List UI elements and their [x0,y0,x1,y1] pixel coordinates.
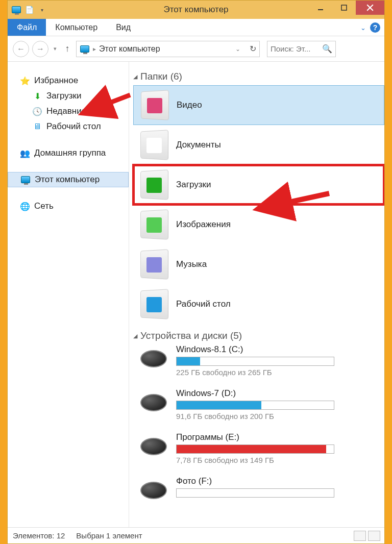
drive-icon [139,479,168,502]
breadcrumb-dropdown-icon[interactable]: ⌄ [235,45,240,53]
tab-computer[interactable]: Компьютер [46,19,107,36]
maximize-button[interactable] [332,1,356,15]
folder-icon [139,170,168,199]
back-button[interactable]: ← [13,41,29,57]
sidebar-item-downloads[interactable]: ⬇ Загрузки [8,88,129,104]
folder-label: Загрузки [176,180,211,190]
content-pane[interactable]: ◢ Папки (6) Видео Документы Загрузки Изо… [129,62,384,527]
sidebar-label: Недавние места [46,106,113,116]
star-icon: ⭐ [20,76,30,86]
network-icon: 🌐 [20,201,30,211]
drive-info: Программы (E:) 7,78 ГБ свободно из 149 Г… [176,432,384,464]
folder-item[interactable]: Музыка [133,244,384,284]
history-dropdown-icon[interactable]: ▾ [52,45,59,52]
drive-progress [176,488,334,498]
explorer-window: 📄 ▾ Этот компьютер Файл Компьютер Вид ⌄ … [7,0,385,544]
forward-button[interactable]: → [32,41,48,57]
sidebar: ⭐ Избранное ⬇ Загрузки 🕓 Недавние места … [8,62,129,527]
ribbon: Файл Компьютер Вид ⌄ ? [8,19,384,36]
drive-item[interactable]: Windows-8.1 (C:) 225 ГБ свободно из 265 … [133,344,384,388]
drive-free-text: 225 ГБ свободно из 265 ГБ [176,368,369,377]
drive-icon [139,435,168,458]
download-icon: ⬇ [32,91,42,101]
folder-label: Рабочий стол [176,299,231,309]
sidebar-network[interactable]: 🌐 Сеть [8,199,129,214]
sidebar-label: Домашняя группа [34,148,106,158]
homegroup-icon: 👥 [20,148,30,158]
view-details-button[interactable] [354,531,366,541]
drive-progress [176,401,334,410]
folder-label: Видео [177,100,202,110]
folder-icon [139,250,168,279]
refresh-button[interactable]: ↻ [250,44,256,54]
navbar: ← → ▾ ↑ ▸ Этот компьютер ⌄ ↻ 🔍 [8,36,384,62]
drive-item[interactable]: Windows-7 (D:) 91,6 ГБ свободно из 200 Г… [133,388,384,432]
folder-icon [139,210,168,239]
search-icon[interactable]: 🔍 [322,44,332,54]
drive-item[interactable]: Фото (F:) [133,476,384,520]
address-bar[interactable]: ▸ Этот компьютер ⌄ ↻ [76,41,260,57]
svg-rect-1 [341,5,347,10]
qat-dropdown-icon[interactable]: ▾ [36,4,47,15]
status-selection: Выбран 1 элемент [76,531,142,540]
folder-label: Документы [176,140,221,150]
folder-item[interactable]: Загрузки [133,165,384,205]
drive-icon [139,348,168,370]
folder-icon [140,91,168,119]
drive-name: Windows-8.1 (C:) [176,344,369,355]
drive-progress [176,444,334,454]
folder-item[interactable]: Видео [133,85,384,125]
sidebar-label: Избранное [34,76,78,86]
tab-file[interactable]: Файл [8,19,46,36]
folder-icon [139,131,168,159]
status-item-count: Элементов: 12 [13,531,65,540]
collapse-icon[interactable]: ◢ [133,73,137,80]
drive-item[interactable]: Программы (E:) 7,78 ГБ свободно из 149 Г… [133,432,384,476]
sidebar-homegroup[interactable]: 👥 Домашняя группа [8,145,129,161]
section-label: Устройства и диски (5) [140,330,242,341]
sidebar-item-recent[interactable]: 🕓 Недавние места [8,104,129,119]
drive-free-text: 7,78 ГБ свободно из 149 ГБ [176,456,369,464]
folders-header[interactable]: ◢ Папки (6) [133,68,384,85]
folder-icon [139,290,168,318]
drives-header[interactable]: ◢ Устройства и диски (5) [133,327,384,344]
ribbon-expand-icon[interactable]: ⌄ [360,19,366,36]
drive-name: Фото (F:) [176,476,369,486]
clock-icon: 🕓 [32,106,42,116]
sidebar-favorites[interactable]: ⭐ Избранное [8,73,129,88]
titlebar: 📄 ▾ Этот компьютер [8,1,384,19]
drive-info: Фото (F:) [176,476,384,500]
folder-item[interactable]: Документы [133,125,384,165]
body: ⭐ Избранное ⬇ Загрузки 🕓 Недавние места … [8,62,384,527]
up-button[interactable]: ↑ [62,43,73,55]
sidebar-label: Сеть [34,201,54,211]
tab-view[interactable]: Вид [107,19,140,36]
drive-progress [176,357,334,366]
help-button[interactable]: ? [370,19,380,36]
section-label: Папки (6) [140,71,182,82]
statusbar: Элементов: 12 Выбран 1 элемент [8,527,384,543]
folder-item[interactable]: Изображения [133,205,384,244]
minimize-button[interactable] [309,1,332,15]
window-controls [309,1,384,15]
search-box[interactable]: 🔍 [267,41,336,57]
chevron-right-icon: ▸ [93,45,96,53]
computer-icon[interactable] [11,4,22,15]
close-button[interactable] [356,1,384,15]
drive-name: Программы (E:) [176,432,369,442]
collapse-icon[interactable]: ◢ [133,333,137,339]
view-tiles-button[interactable] [368,531,380,541]
sidebar-label: Рабочий стол [46,121,101,132]
folder-item[interactable]: Рабочий стол [133,284,384,324]
folder-label: Музыка [176,259,207,269]
breadcrumb[interactable]: Этот компьютер [99,44,160,54]
drive-info: Windows-8.1 (C:) 225 ГБ свободно из 265 … [176,344,384,377]
sidebar-thispc[interactable]: Этот компьютер [8,172,129,187]
computer-icon [80,44,90,54]
search-input[interactable] [271,44,320,53]
sidebar-label: Загрузки [46,91,81,101]
drive-icon [139,391,168,414]
properties-icon[interactable]: 📄 [23,4,35,15]
drive-free-text: 91,6 ГБ свободно из 200 ГБ [176,412,369,421]
sidebar-item-desktop[interactable]: 🖥 Рабочий стол [8,119,129,134]
